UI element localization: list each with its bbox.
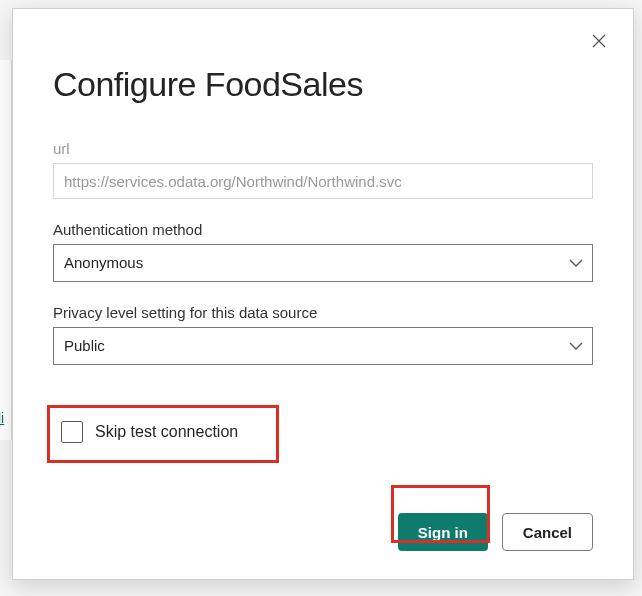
- privacy-label: Privacy level setting for this data sour…: [53, 304, 593, 321]
- truncated-link-fragment: li: [0, 410, 4, 426]
- auth-select-wrap: Anonymous: [53, 244, 593, 282]
- signin-button[interactable]: Sign in: [398, 513, 488, 551]
- url-field-group: url: [53, 140, 593, 199]
- url-input[interactable]: [53, 163, 593, 199]
- cancel-button[interactable]: Cancel: [502, 513, 593, 551]
- skip-test-label: Skip test connection: [95, 423, 238, 441]
- auth-label: Authentication method: [53, 221, 593, 238]
- skip-test-row[interactable]: Skip test connection: [53, 415, 246, 449]
- dialog-footer: Sign in Cancel: [398, 513, 593, 551]
- close-icon: [592, 34, 606, 48]
- privacy-select[interactable]: Public: [53, 327, 593, 365]
- close-button[interactable]: [587, 29, 611, 53]
- skip-test-checkbox[interactable]: [61, 421, 83, 443]
- url-label: url: [53, 140, 593, 157]
- configure-dialog: Configure FoodSales url Authentication m…: [12, 8, 634, 580]
- auth-select[interactable]: Anonymous: [53, 244, 593, 282]
- dialog-title: Configure FoodSales: [53, 65, 593, 104]
- privacy-field-group: Privacy level setting for this data sour…: [53, 304, 593, 365]
- auth-field-group: Authentication method Anonymous: [53, 221, 593, 282]
- background-panel: [0, 60, 12, 440]
- privacy-select-wrap: Public: [53, 327, 593, 365]
